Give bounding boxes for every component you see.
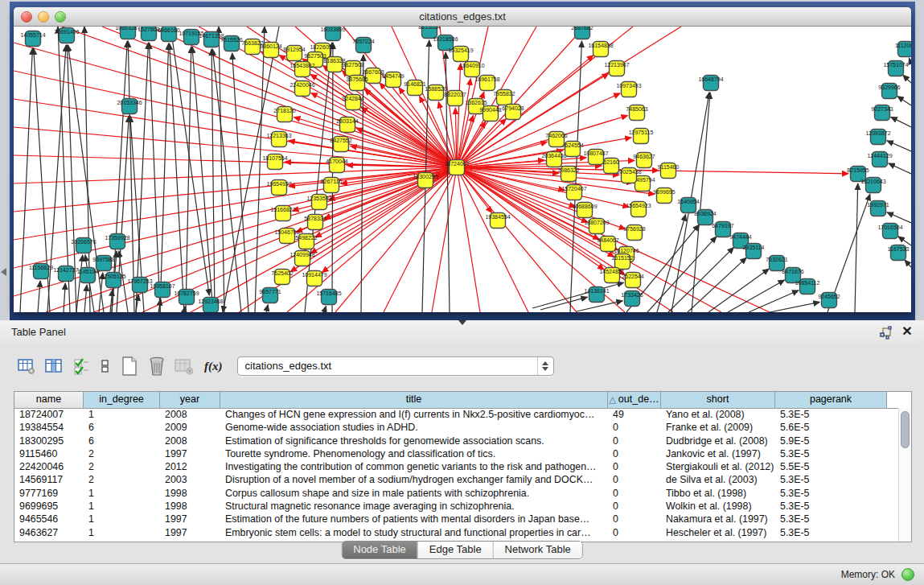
table-cell[interactable]: 5.3E-5 [775, 526, 887, 539]
table-cell[interactable]: 9699695 [14, 500, 84, 513]
function-builder-icon[interactable]: f(x) [204, 360, 223, 373]
table-cell[interactable]: 49 [608, 408, 661, 421]
table-cell[interactable]: 18724007 [14, 408, 84, 421]
table-cell[interactable]: 2 [84, 447, 160, 460]
delete-column-trash-icon[interactable] [146, 356, 167, 377]
table-cell[interactable]: 2012 [160, 460, 220, 473]
table-cell[interactable]: 0 [608, 487, 661, 500]
table-cell[interactable]: 5.6E-5 [775, 421, 887, 434]
table-cell[interactable]: 1 [84, 408, 160, 421]
float-panel-icon[interactable] [879, 326, 893, 340]
table-cell[interactable]: 14569117 [14, 473, 84, 486]
table-cell[interactable]: 5.3E-5 [775, 513, 887, 525]
table-cell[interactable]: Tibbo et al. (1998) [661, 487, 775, 500]
table-cell[interactable]: 19384554 [14, 421, 84, 434]
table-cell[interactable]: 9463627 [14, 526, 84, 539]
table-cell[interactable]: 0 [608, 500, 661, 513]
table-cell[interactable]: 22420046 [14, 460, 84, 473]
table-cell[interactable]: 0 [608, 447, 661, 460]
table-cell[interactable]: 5.3E-5 [775, 447, 887, 460]
table-cell[interactable]: de Silva et al. (2003) [661, 473, 775, 486]
table-cell[interactable]: 1 [84, 513, 160, 525]
table-cell[interactable]: 5.3E-5 [775, 473, 887, 486]
table-cell[interactable]: Hescheler et al. (1997) [661, 526, 775, 539]
column-header-year[interactable]: year [160, 392, 220, 408]
table-cell[interactable]: Dudbridge et al. (2008) [661, 435, 775, 447]
table-row[interactable]: 1456911722003Disruption of a novel membe… [14, 473, 899, 486]
table-cell[interactable]: 0 [608, 421, 661, 434]
panel-collapse-arrow-icon[interactable] [1, 268, 6, 276]
table-select-dropdown[interactable]: citations_edges.txt [237, 356, 554, 376]
scrollbar-thumb[interactable] [901, 411, 910, 448]
table-cell[interactable]: Disruption of a novel member of a sodium… [220, 473, 608, 486]
table-vertical-scrollbar[interactable] [898, 408, 911, 542]
table-row[interactable]: 946362711997Embryonic stem cells: a mode… [14, 526, 899, 539]
table-cell[interactable]: 2008 [160, 408, 220, 421]
table-cell[interactable]: Franke et al. (2009) [661, 421, 775, 434]
table-cell[interactable]: 5.9E-5 [775, 435, 887, 447]
column-header-out_de[interactable]: △out_de… [608, 392, 661, 408]
table-cell[interactable]: Wolkin et al. (1998) [661, 500, 775, 513]
table-cell[interactable]: 1998 [160, 487, 220, 500]
table-cell[interactable]: 5.5E-5 [775, 460, 887, 473]
select-rows-icon[interactable] [71, 356, 92, 377]
table-row[interactable]: 1830029562008Estimation of significance … [14, 435, 899, 447]
table-cell[interactable]: 0 [608, 473, 661, 486]
network-window-titlebar[interactable]: citations_edges.txt [14, 7, 911, 27]
table-cell[interactable]: Jankovic et al. (1997) [661, 447, 775, 460]
table-cell[interactable]: 5.3E-5 [775, 500, 887, 513]
table-row[interactable]: 1872400712008Changes of HCN gene express… [14, 408, 899, 421]
table-cell[interactable]: 2 [84, 473, 160, 486]
table-row[interactable]: 946554611997Estimation of the future num… [14, 513, 899, 525]
table-row[interactable]: 1938455462009Genome-wide association stu… [14, 421, 899, 434]
table-cell[interactable]: 5.3E-5 [775, 487, 887, 500]
network-canvas[interactable]: 1405571420691406106532871527602646616010… [14, 27, 911, 312]
column-header-short[interactable]: short [661, 392, 775, 408]
table-cell[interactable]: Yano et al. (2008) [661, 408, 775, 421]
table-cell[interactable]: 2009 [160, 421, 220, 434]
network-view[interactable]: 1405571420691406106532871527602646616010… [14, 27, 911, 312]
table-row[interactable]: 977716911998Corpus callosum shape and si… [14, 487, 899, 500]
table-cell[interactable]: 1 [84, 500, 160, 513]
table-cell[interactable]: 0 [608, 460, 661, 473]
tab-node-table[interactable]: Node Table [342, 542, 417, 558]
column-header-name[interactable]: name [14, 392, 84, 408]
table-cell[interactable]: 1997 [160, 447, 220, 460]
table-cell[interactable]: Structural magnetic resonance image aver… [220, 500, 608, 513]
table-cell[interactable]: 6 [84, 435, 160, 447]
table-cell[interactable]: Stergiakouli et al. (2012) [661, 460, 775, 473]
table-cell[interactable]: 0 [608, 435, 661, 447]
table-cell[interactable]: 9777169 [14, 487, 84, 500]
table-cell[interactable]: Genome-wide association studies in ADHD. [220, 421, 608, 434]
table-cell[interactable]: 0 [608, 526, 661, 539]
table-settings-icon[interactable] [16, 356, 37, 377]
table-cell[interactable]: 2003 [160, 473, 220, 486]
table-row[interactable]: 969969511998Structural magnetic resonanc… [14, 500, 899, 513]
close-panel-icon[interactable]: ✕ [900, 324, 914, 339]
table-cell[interactable]: 0 [608, 513, 661, 525]
table-cell[interactable]: Embryonic stem cells: a model to study s… [220, 526, 608, 539]
table-cell[interactable]: Changes of HCN gene expression and I(f) … [220, 408, 608, 421]
table-row[interactable]: 2242004622012Investigating the contribut… [14, 460, 899, 473]
table-cell[interactable]: Estimation of the future numbers of pati… [220, 513, 608, 525]
table-cell[interactable]: Corpus callosum shape and size in male p… [220, 487, 608, 500]
table-cell[interactable]: Tourette syndrome. Phenomenology and cla… [220, 447, 608, 460]
row-height-icon[interactable] [98, 356, 113, 377]
table-cell[interactable]: 1997 [160, 513, 220, 525]
table-cell[interactable]: 18300295 [14, 435, 84, 447]
table-cell[interactable]: 2 [84, 460, 160, 473]
table-cell[interactable]: 5.3E-5 [775, 408, 887, 421]
splitter-caret-icon[interactable] [458, 320, 466, 325]
show-column-icon[interactable] [43, 356, 64, 377]
column-header-pagerank[interactable]: pagerank [775, 392, 887, 408]
table-cell[interactable]: 2008 [160, 435, 220, 447]
table-cell[interactable]: 1998 [160, 500, 220, 513]
table-cell[interactable]: 1 [84, 487, 160, 500]
column-header-title[interactable]: title [220, 392, 608, 408]
table-cell[interactable]: 1997 [160, 526, 220, 539]
tab-network-table[interactable]: Network Table [493, 542, 582, 558]
table-row[interactable]: 911546021997Tourette syndrome. Phenomeno… [14, 447, 899, 460]
table-cell[interactable]: 6 [84, 421, 160, 434]
table-cell[interactable]: 9465546 [14, 513, 84, 525]
table-cell[interactable]: Investigating the contribution of common… [220, 460, 608, 473]
